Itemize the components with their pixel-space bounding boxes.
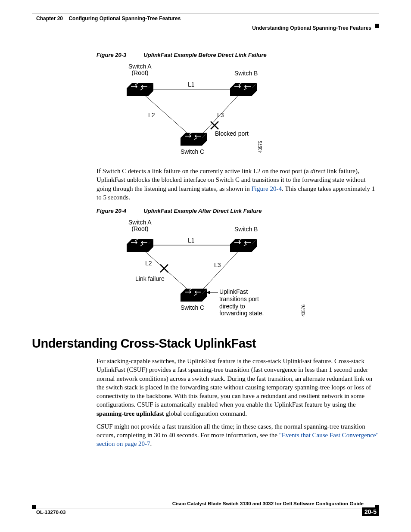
fig4-transition-note: UplinkFast transitions port directly to …	[219, 288, 273, 317]
svg-rect-13	[181, 138, 202, 146]
figure-4-caption: Figure 20-4UplinkFast Example After Dire…	[97, 208, 379, 214]
footer-marker-left-icon	[32, 505, 36, 509]
fig3-l3-label: L3	[217, 112, 224, 118]
svg-rect-23	[127, 244, 148, 252]
paragraph-1: If Switch C detects a link failure on th…	[97, 167, 379, 202]
fig4-link-failure-label: Link failure	[135, 275, 165, 283]
figure-3-title: UplinkFast Example Before Direct Link Fa…	[143, 52, 266, 58]
figure-3-caption: Figure 20-3UplinkFast Example Before Dir…	[97, 52, 379, 58]
fig4-image-id: 43576	[301, 305, 306, 317]
svg-rect-29	[181, 294, 202, 302]
fig3-l1-label: L1	[188, 81, 195, 88]
page: Chapter 20 Configuring Optional Spanning…	[0, 0, 411, 532]
paragraph-3: CSUF might not provide a fast transition…	[97, 422, 379, 448]
fig3-l2-label: L2	[148, 112, 155, 118]
figure-20-4-xref[interactable]: Figure 20-4	[252, 185, 282, 192]
fig4-l3-label: L3	[214, 261, 221, 268]
fig4-switch-c-label: Switch C	[181, 305, 204, 311]
fig4-switch-b-label: Switch B	[234, 226, 258, 233]
figure-4-number: Figure 20-4	[97, 208, 126, 214]
footer-rule	[32, 508, 379, 508]
emphasis-direct: direct	[311, 168, 325, 174]
figure-4-title: UplinkFast Example After Direct Link Fai…	[143, 208, 262, 214]
chapter-title: Configuring Optional Spanning-Tree Featu…	[68, 16, 181, 22]
header-rule	[32, 13, 379, 13]
command-text: spanning-tree uplinkfast	[97, 410, 164, 417]
figure-3-number: Figure 20-3	[97, 52, 126, 58]
svg-rect-10	[230, 88, 252, 96]
fig4-l2-label: L2	[145, 260, 152, 267]
fig3-switch-a-label: Switch A (Root)	[128, 63, 152, 77]
fig4-switch-a-label: Switch A (Root)	[128, 219, 152, 233]
paragraph-2: For stacking-capable switches, the Uplin…	[97, 357, 379, 418]
figure-3-diagram: Switch A (Root) Switch B Switch C L1 L2 …	[92, 63, 273, 162]
footer-guide-title: Cisco Catalyst Blade Switch 3130 and 303…	[172, 501, 364, 506]
running-header-right: Understanding Optional Spanning-Tree Fea…	[252, 25, 379, 31]
chapter-number: Chapter 20	[36, 16, 63, 22]
figure-3-svg	[92, 63, 273, 162]
running-header-left: Chapter 20 Configuring Optional Spanning…	[36, 16, 181, 22]
fig4-l1-label: L1	[188, 237, 195, 244]
svg-line-17	[200, 249, 241, 292]
content-area: Figure 20-3UplinkFast Example Before Dir…	[32, 52, 379, 453]
section-path: Understanding Optional Spanning-Tree Fea…	[252, 25, 371, 31]
fig3-image-id: 43575	[258, 141, 263, 153]
fig3-blocked-port-label: Blocked port	[215, 130, 249, 137]
page-number-badge: 20-5	[362, 507, 379, 516]
fig3-switch-b-label: Switch B	[234, 70, 258, 77]
svg-rect-26	[230, 244, 252, 252]
section-heading: Understanding Cross-Stack UplinkFast	[32, 336, 379, 351]
fig3-switch-c-label: Switch C	[181, 149, 204, 155]
figure-4-diagram: Switch A (Root) Switch B Switch C L1 L2 …	[92, 219, 273, 327]
doc-id: OL-13270-03	[36, 510, 65, 515]
